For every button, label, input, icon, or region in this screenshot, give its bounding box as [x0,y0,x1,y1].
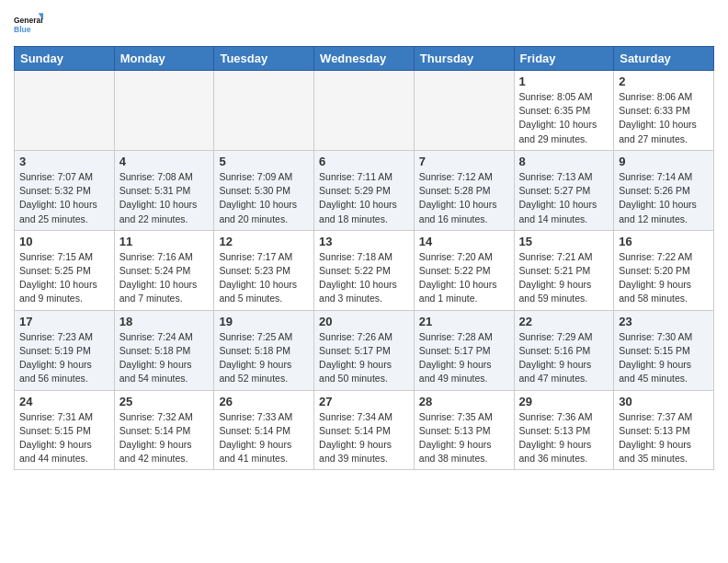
day-info: Sunrise: 7:16 AMSunset: 5:24 PMDaylight:… [119,250,210,306]
day-info: Sunrise: 7:33 AMSunset: 5:14 PMDaylight:… [219,410,309,466]
calendar-cell-empty [15,71,115,151]
day-number: 19 [219,315,309,328]
calendar-cell-day: 8Sunrise: 7:13 AMSunset: 5:27 PMDaylight… [514,150,614,230]
calendar-cell-day: 12Sunrise: 7:17 AMSunset: 5:23 PMDayligh… [214,230,314,310]
weekday-header-sunday: Sunday [15,47,115,71]
calendar-cell-day: 29Sunrise: 7:36 AMSunset: 5:13 PMDayligh… [514,390,614,470]
day-info: Sunrise: 7:25 AMSunset: 5:18 PMDaylight:… [219,330,309,386]
calendar-cell-day: 13Sunrise: 7:18 AMSunset: 5:22 PMDayligh… [314,230,415,310]
day-info: Sunrise: 7:29 AMSunset: 5:16 PMDaylight:… [519,330,609,386]
weekday-header-saturday: Saturday [614,47,714,71]
calendar-cell-day: 21Sunrise: 7:28 AMSunset: 5:17 PMDayligh… [414,310,514,390]
calendar-cell-day: 27Sunrise: 7:34 AMSunset: 5:14 PMDayligh… [314,390,415,470]
day-number: 8 [519,155,609,168]
calendar-cell-day: 26Sunrise: 7:33 AMSunset: 5:14 PMDayligh… [214,390,314,470]
day-number: 15 [519,235,609,248]
day-number: 6 [319,155,409,168]
day-number: 30 [619,395,709,408]
calendar: SundayMondayTuesdayWednesdayThursdayFrid… [14,46,714,470]
day-number: 13 [319,235,409,248]
day-info: Sunrise: 7:37 AMSunset: 5:13 PMDaylight:… [619,410,709,466]
day-info: Sunrise: 7:21 AMSunset: 5:21 PMDaylight:… [519,250,609,306]
weekday-header-friday: Friday [514,47,614,71]
calendar-cell-day: 11Sunrise: 7:16 AMSunset: 5:24 PMDayligh… [114,230,214,310]
day-number: 5 [219,155,309,168]
calendar-cell-day: 6Sunrise: 7:11 AMSunset: 5:29 PMDaylight… [314,150,415,230]
day-number: 11 [119,235,210,248]
day-number: 29 [519,395,609,408]
day-number: 18 [119,315,210,328]
weekday-header-monday: Monday [114,47,214,71]
day-number: 16 [619,235,709,248]
header: General Blue [14,9,714,39]
calendar-cell-empty [114,71,214,151]
weekday-header-row: SundayMondayTuesdayWednesdayThursdayFrid… [15,47,714,71]
day-info: Sunrise: 7:23 AMSunset: 5:19 PMDaylight:… [19,330,109,386]
calendar-cell-day: 20Sunrise: 7:26 AMSunset: 5:17 PMDayligh… [314,310,415,390]
day-number: 24 [19,395,109,408]
day-info: Sunrise: 7:35 AMSunset: 5:13 PMDaylight:… [419,410,509,466]
day-info: Sunrise: 7:26 AMSunset: 5:17 PMDaylight:… [319,330,409,386]
day-info: Sunrise: 7:31 AMSunset: 5:15 PMDaylight:… [19,410,109,466]
calendar-cell-day: 28Sunrise: 7:35 AMSunset: 5:13 PMDayligh… [414,390,514,470]
calendar-cell-day: 7Sunrise: 7:12 AMSunset: 5:28 PMDaylight… [414,150,514,230]
day-number: 3 [19,155,109,168]
day-info: Sunrise: 8:06 AMSunset: 6:33 PMDaylight:… [619,90,709,146]
day-info: Sunrise: 7:32 AMSunset: 5:14 PMDaylight:… [119,410,210,466]
day-info: Sunrise: 7:17 AMSunset: 5:23 PMDaylight:… [219,250,309,306]
calendar-cell-day: 1Sunrise: 8:05 AMSunset: 6:35 PMDaylight… [514,71,614,151]
day-info: Sunrise: 7:11 AMSunset: 5:29 PMDaylight:… [319,170,409,226]
weekday-header-wednesday: Wednesday [314,47,415,71]
day-number: 4 [119,155,210,168]
calendar-cell-day: 15Sunrise: 7:21 AMSunset: 5:21 PMDayligh… [514,230,614,310]
day-info: Sunrise: 7:07 AMSunset: 5:32 PMDaylight:… [19,170,109,226]
day-info: Sunrise: 7:34 AMSunset: 5:14 PMDaylight:… [319,410,409,466]
calendar-cell-empty [314,71,415,151]
calendar-cell-day: 18Sunrise: 7:24 AMSunset: 5:18 PMDayligh… [114,310,214,390]
calendar-cell-day: 23Sunrise: 7:30 AMSunset: 5:15 PMDayligh… [614,310,714,390]
day-info: Sunrise: 7:14 AMSunset: 5:26 PMDaylight:… [619,170,709,226]
day-info: Sunrise: 7:15 AMSunset: 5:25 PMDaylight:… [19,250,109,306]
day-number: 20 [319,315,409,328]
weekday-header-tuesday: Tuesday [214,47,314,71]
calendar-cell-empty [414,71,514,151]
day-number: 1 [519,75,609,88]
logo-svg: General Blue [14,9,43,39]
calendar-cell-day: 4Sunrise: 7:08 AMSunset: 5:31 PMDaylight… [114,150,214,230]
calendar-cell-day: 14Sunrise: 7:20 AMSunset: 5:22 PMDayligh… [414,230,514,310]
day-info: Sunrise: 7:22 AMSunset: 5:20 PMDaylight:… [619,250,709,306]
day-number: 10 [19,235,109,248]
svg-text:Blue: Blue [14,25,31,34]
weekday-header-thursday: Thursday [414,47,514,71]
day-number: 14 [419,235,509,248]
page: General Blue SundayMondayTuesdayWednesda… [0,0,728,479]
day-info: Sunrise: 7:36 AMSunset: 5:13 PMDaylight:… [519,410,609,466]
day-number: 25 [119,395,210,408]
calendar-cell-day: 19Sunrise: 7:25 AMSunset: 5:18 PMDayligh… [214,310,314,390]
calendar-cell-day: 16Sunrise: 7:22 AMSunset: 5:20 PMDayligh… [614,230,714,310]
day-number: 2 [619,75,709,88]
day-number: 17 [19,315,109,328]
calendar-cell-day: 5Sunrise: 7:09 AMSunset: 5:30 PMDaylight… [214,150,314,230]
calendar-cell-day: 17Sunrise: 7:23 AMSunset: 5:19 PMDayligh… [15,310,115,390]
calendar-cell-day: 25Sunrise: 7:32 AMSunset: 5:14 PMDayligh… [114,390,214,470]
day-info: Sunrise: 7:30 AMSunset: 5:15 PMDaylight:… [619,330,709,386]
calendar-cell-day: 9Sunrise: 7:14 AMSunset: 5:26 PMDaylight… [614,150,714,230]
day-number: 28 [419,395,509,408]
calendar-week-row: 24Sunrise: 7:31 AMSunset: 5:15 PMDayligh… [15,390,714,470]
day-number: 21 [419,315,509,328]
day-number: 23 [619,315,709,328]
day-info: Sunrise: 7:18 AMSunset: 5:22 PMDaylight:… [319,250,409,306]
calendar-cell-day: 10Sunrise: 7:15 AMSunset: 5:25 PMDayligh… [15,230,115,310]
calendar-week-row: 1Sunrise: 8:05 AMSunset: 6:35 PMDaylight… [15,71,714,151]
calendar-cell-day: 22Sunrise: 7:29 AMSunset: 5:16 PMDayligh… [514,310,614,390]
day-info: Sunrise: 7:24 AMSunset: 5:18 PMDaylight:… [119,330,210,386]
day-info: Sunrise: 7:28 AMSunset: 5:17 PMDaylight:… [419,330,509,386]
calendar-cell-day: 30Sunrise: 7:37 AMSunset: 5:13 PMDayligh… [614,390,714,470]
day-number: 26 [219,395,309,408]
calendar-cell-empty [214,71,314,151]
day-info: Sunrise: 7:20 AMSunset: 5:22 PMDaylight:… [419,250,509,306]
day-info: Sunrise: 7:09 AMSunset: 5:30 PMDaylight:… [219,170,309,226]
svg-text:General: General [14,16,43,25]
day-number: 7 [419,155,509,168]
